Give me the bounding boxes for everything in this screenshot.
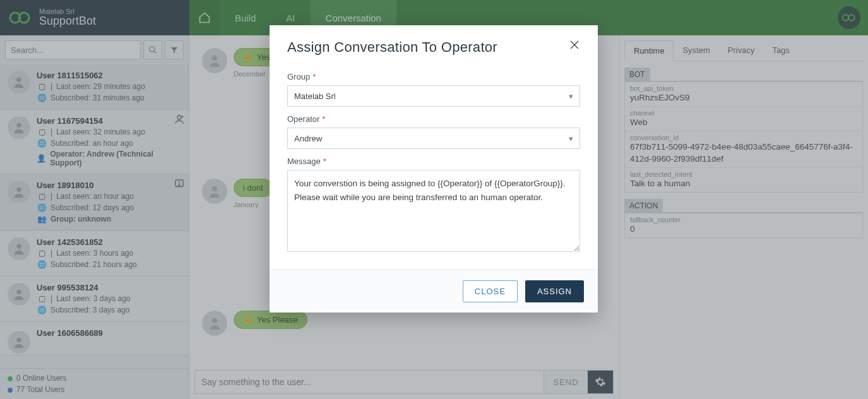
close-button[interactable]: CLOSE xyxy=(463,280,518,302)
message-label: Message* xyxy=(287,157,580,166)
chevron-down-icon: ▾ xyxy=(569,92,573,101)
group-label: Group* xyxy=(287,72,580,81)
message-textarea[interactable] xyxy=(287,170,580,252)
operator-label: Operator* xyxy=(287,114,580,124)
close-icon[interactable] xyxy=(569,39,580,51)
chevron-down-icon: ▾ xyxy=(569,134,573,143)
operator-select[interactable]: Andrew ▾ xyxy=(287,128,580,149)
group-select[interactable]: Matelab Srl ▾ xyxy=(287,85,580,107)
assign-button[interactable]: ASSIGN xyxy=(525,280,584,302)
assign-operator-modal: Assign Conversation To Operator Group* M… xyxy=(270,25,598,313)
modal-title: Assign Conversation To Operator xyxy=(287,39,569,56)
